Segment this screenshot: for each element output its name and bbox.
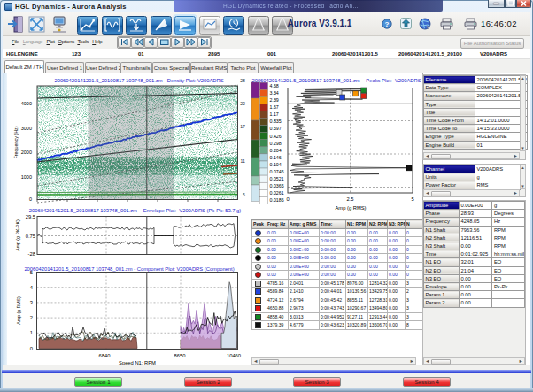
svg-text:0.597: 0.597: [270, 126, 282, 131]
svg-text:1: 1: [30, 330, 33, 335]
svg-text:4: 4: [30, 285, 34, 290]
svg-text:1.17: 1.17: [270, 111, 279, 117]
svg-text:0: 0: [286, 196, 289, 202]
svg-text:8650: 8650: [174, 353, 186, 358]
svg-text:0.298: 0.298: [270, 141, 282, 146]
svg-text:0.204: 0.204: [270, 148, 282, 153]
svg-text:28: 28: [240, 78, 245, 83]
svg-text:?: ?: [385, 20, 390, 28]
svg-text:1000: 1000: [21, 174, 32, 180]
svg-text:0: 0: [30, 346, 33, 351]
svg-text:3: 3: [30, 300, 33, 305]
svg-text:Frequency (Hz): Frequency (Hz): [13, 126, 19, 158]
svg-text:2: 2: [30, 315, 33, 320]
svg-text:0.0365: 0.0365: [270, 183, 284, 188]
svg-text:0.835: 0.835: [270, 119, 282, 124]
svg-text:3.34: 3.34: [270, 90, 279, 96]
svg-text:0.0521: 0.0521: [270, 176, 284, 181]
svg-text:2000: 2000: [21, 150, 32, 155]
svg-text:4.68: 4.68: [270, 83, 279, 88]
svg-text:Amp (g PK-PK): Amp (g PK-PK): [15, 219, 20, 251]
svg-text:11: 11: [241, 158, 245, 164]
svg-text:6840: 6840: [99, 353, 111, 358]
svg-text:5: 5: [30, 270, 33, 275]
svg-text:Amp (g RMS): Amp (g RMS): [335, 205, 366, 211]
svg-text:0: 0: [29, 196, 32, 202]
svg-text:22: 22: [240, 101, 245, 106]
svg-text:2.5: 2.5: [346, 196, 353, 202]
svg-text:10460: 10460: [227, 353, 241, 358]
svg-text:2.39: 2.39: [270, 97, 279, 103]
svg-text:0.146: 0.146: [270, 155, 282, 160]
svg-text:29.5: 29.5: [26, 214, 35, 219]
svg-text:0.104: 0.104: [270, 162, 282, 167]
svg-text:3000: 3000: [21, 126, 32, 131]
svg-text:1.67: 1.67: [270, 104, 279, 110]
svg-text:4000: 4000: [21, 101, 32, 106]
svg-text:-28: -28: [28, 251, 35, 257]
svg-text:5: 5: [243, 192, 245, 197]
svg-text:0.0261: 0.0261: [270, 190, 284, 196]
svg-text:0.0745: 0.0745: [270, 169, 284, 174]
svg-text:0.0186: 0.0186: [270, 197, 284, 203]
svg-text:Amp (g RMS): Amp (g RMS): [16, 296, 21, 325]
svg-text:17: 17: [240, 124, 245, 129]
svg-text:0.75: 0.75: [26, 234, 35, 239]
svg-text:0.426: 0.426: [270, 134, 282, 139]
svg-text:Speed N1: RPM: Speed N1: RPM: [119, 360, 156, 365]
svg-text:5: 5: [411, 196, 413, 202]
